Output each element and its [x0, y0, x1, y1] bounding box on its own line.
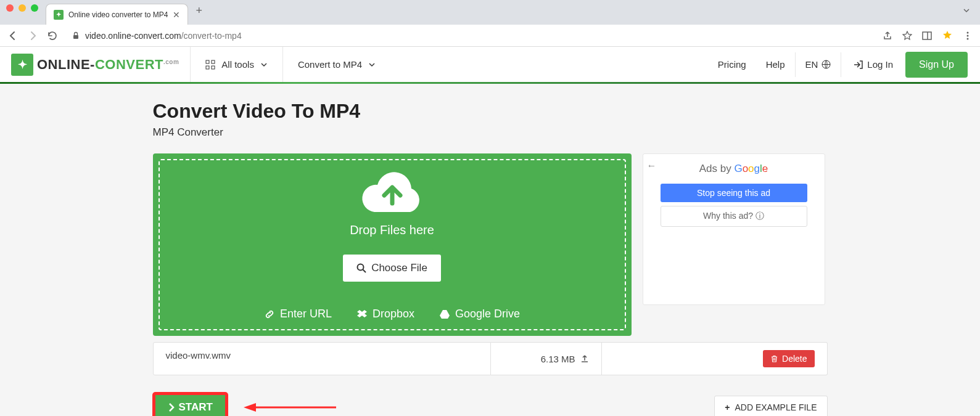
logo-suffix: .com	[163, 58, 179, 65]
reload-button[interactable]	[47, 30, 59, 41]
svg-rect-8	[206, 66, 209, 69]
lock-icon	[72, 31, 80, 40]
signup-button[interactable]: Sign Up	[905, 52, 968, 78]
site-logo[interactable]: ✦ ONLINE-CONVERT.com	[0, 47, 190, 82]
nav-pricing[interactable]: Pricing	[708, 59, 756, 70]
menu-icon[interactable]	[963, 31, 973, 41]
tabs-dropdown-icon[interactable]	[963, 7, 970, 14]
bottom-action-row: START + ADD EXAMPLE FILE	[153, 393, 828, 416]
chevron-down-icon	[368, 61, 376, 68]
back-button[interactable]	[7, 30, 20, 41]
drop-files-label: Drop Files here	[350, 223, 434, 237]
nav-all-tools[interactable]: All tools	[190, 47, 282, 82]
dropbox-label: Dropbox	[373, 308, 414, 320]
svg-point-11	[358, 264, 364, 271]
minimize-window-button[interactable]	[19, 4, 26, 12]
panel-icon[interactable]	[922, 31, 932, 41]
close-tab-icon[interactable]: ✕	[173, 10, 180, 20]
chevron-right-icon	[168, 403, 175, 412]
browser-tab-strip: ✦ Online video converter to MP4 ✕ +	[0, 0, 980, 25]
cloud-upload-icon	[358, 169, 426, 217]
login-icon	[854, 60, 863, 70]
ad-by-label: Ads by	[699, 163, 735, 174]
google-drive-icon	[439, 309, 450, 320]
file-row: video-wmv.wmv 6.13 MB Delete	[153, 342, 828, 375]
page-title: Convert Video To MP4	[153, 100, 828, 123]
url-domain: video.online-convert.com	[85, 31, 181, 41]
enter-url-link[interactable]: Enter URL	[264, 308, 332, 320]
svg-rect-0	[73, 35, 78, 39]
logo-icon: ✦	[11, 54, 33, 76]
star-icon[interactable]	[902, 31, 912, 41]
extension-icon[interactable]	[942, 30, 953, 41]
window-controls	[6, 0, 46, 25]
page-subtitle: MP4 Converter	[153, 126, 828, 139]
page-content: Convert Video To MP4 MP4 Converter Drop …	[0, 84, 980, 416]
enter-url-label: Enter URL	[280, 308, 332, 320]
signup-label: Sign Up	[919, 59, 954, 70]
ad-back-icon[interactable]: ←	[647, 160, 657, 171]
close-window-button[interactable]	[6, 4, 14, 12]
login-link[interactable]: Log In	[841, 59, 905, 70]
nav-help[interactable]: Help	[756, 59, 795, 70]
choose-file-button[interactable]: Choose File	[343, 255, 441, 282]
delete-label: Delete	[782, 354, 807, 364]
toolbar-right	[883, 30, 973, 41]
logo-text-online: ONLINE-	[37, 57, 95, 72]
delete-button[interactable]: Delete	[763, 350, 814, 367]
forward-button[interactable]	[27, 30, 39, 41]
annotation-arrow	[244, 402, 336, 412]
link-icon	[264, 309, 275, 320]
choose-file-label: Choose File	[371, 262, 427, 274]
stop-ad-button[interactable]: Stop seeing this ad	[661, 184, 807, 202]
file-size-cell: 6.13 MB	[491, 342, 602, 375]
globe-icon	[821, 60, 831, 69]
nav-language[interactable]: EN	[796, 59, 841, 70]
nav-all-tools-label: All tools	[221, 59, 254, 70]
svg-rect-7	[212, 60, 215, 63]
svg-rect-6	[206, 60, 209, 63]
url-path: /convert-to-mp4	[181, 31, 242, 41]
nav-convert-to[interactable]: Convert to MP4	[282, 47, 390, 82]
new-tab-button[interactable]: +	[188, 4, 210, 17]
tab-title: Online video converter to MP4	[68, 10, 168, 19]
svg-line-12	[363, 270, 366, 273]
login-label: Log In	[867, 59, 893, 70]
svg-point-4	[967, 35, 969, 36]
file-name-cell: video-wmv.wmv	[153, 342, 491, 375]
file-drop-zone[interactable]: Drop Files here Choose File Enter URL Dr…	[153, 153, 632, 336]
share-icon[interactable]	[883, 31, 892, 41]
nav-language-label: EN	[805, 59, 818, 70]
svg-point-3	[967, 31, 969, 33]
search-icon	[356, 263, 366, 273]
plus-icon: +	[725, 402, 730, 412]
google-drive-label: Google Drive	[455, 308, 520, 320]
trash-icon	[770, 355, 778, 363]
google-drive-link[interactable]: Google Drive	[439, 308, 520, 320]
maximize-window-button[interactable]	[31, 4, 38, 12]
file-size-label: 6.13 MB	[541, 354, 575, 364]
file-action-cell: Delete	[602, 342, 828, 375]
logo-text-convert: CONVERT	[95, 57, 163, 72]
tab-favicon-icon: ✦	[54, 10, 64, 20]
url-input[interactable]: video.online-convert.com/convert-to-mp4	[67, 31, 875, 41]
ad-title: Ads by Google	[661, 163, 807, 175]
site-header: ✦ ONLINE-CONVERT.com All tools Convert t…	[0, 47, 980, 84]
ad-panel: ← Ads by Google Stop seeing this ad Why …	[643, 153, 825, 305]
chevron-down-icon	[260, 61, 268, 68]
grid-icon	[205, 60, 215, 70]
start-button[interactable]: START	[153, 393, 228, 416]
browser-tab[interactable]: ✦ Online video converter to MP4 ✕	[46, 4, 188, 25]
why-ad-button[interactable]: Why this ad? ⓘ	[661, 206, 807, 227]
dropbox-icon	[356, 309, 368, 320]
dropbox-link[interactable]: Dropbox	[356, 308, 414, 320]
google-logo: Google	[734, 163, 768, 174]
upload-icon	[580, 354, 589, 363]
add-example-label: ADD EXAMPLE FILE	[735, 402, 817, 412]
svg-rect-1	[923, 32, 931, 39]
address-bar: video.online-convert.com/convert-to-mp4	[0, 25, 980, 47]
svg-point-5	[967, 38, 969, 39]
nav-convert-to-label: Convert to MP4	[298, 59, 362, 70]
add-example-button[interactable]: + ADD EXAMPLE FILE	[714, 396, 827, 416]
svg-rect-9	[212, 66, 215, 69]
